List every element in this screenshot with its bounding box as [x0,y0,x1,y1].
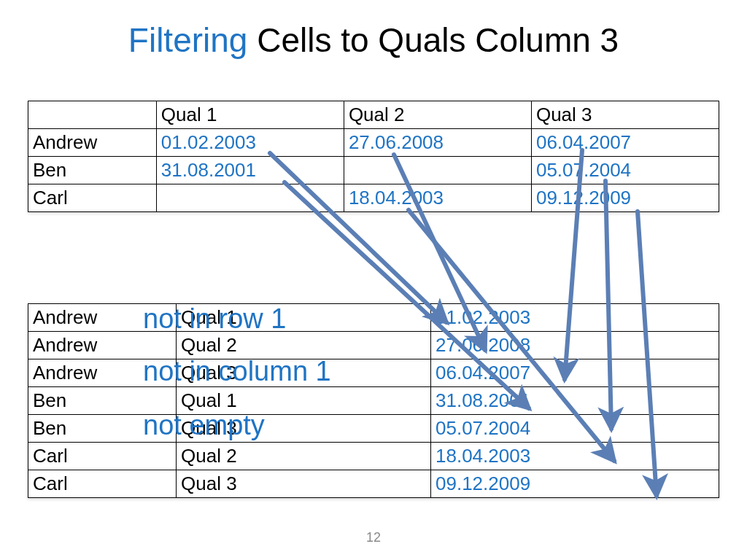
table-header-row: Qual 1 Qual 2 Qual 3 [28,101,719,129]
cell-date: 09.12.2009 [531,184,719,212]
cell-date: 18.04.2003 [431,443,719,470]
annotation-not-row1: not in row 1 [143,303,286,335]
annotation-not-empty: not empty [143,410,265,441]
table-row: Andrew Qual 3 06.04.2007 [28,359,719,387]
source-table: Qual 1 Qual 2 Qual 3 Andrew 01.02.2003 2… [28,101,719,212]
cell-date: 27.06.2008 [431,332,719,359]
cell-date [344,157,531,184]
title-rest: Cells to Quals Column 3 [247,21,619,59]
cell-qual: Qual 3 [177,470,431,498]
header-qual2: Qual 2 [344,101,531,129]
cell-date: 31.08.2001 [431,387,719,415]
table-row: Carl 18.04.2003 09.12.2009 [28,184,719,212]
cell-name: Carl [28,470,177,498]
cell-date: 05.07.2004 [431,415,719,443]
cell-date: 06.04.2007 [531,129,719,157]
result-table: Andrew Qual 1 01.02.2003 Andrew Qual 2 2… [28,303,719,498]
cell-date: 05.07.2004 [531,157,719,184]
cell-date: 27.06.2008 [344,129,531,157]
header-blank [28,101,157,129]
header-qual3: Qual 3 [531,101,719,129]
cell-qual: Qual 2 [177,332,431,359]
cell-date: 01.02.2003 [431,304,719,332]
cell-date: 01.02.2003 [156,129,344,157]
table-row: Ben Qual 3 05.07.2004 [28,415,719,443]
cell-date [156,184,344,212]
cell-date: 18.04.2003 [344,184,531,212]
table-row: Andrew Qual 1 01.02.2003 [28,304,719,332]
table-row: Carl Qual 2 18.04.2003 [28,443,719,470]
header-qual1: Qual 1 [156,101,344,129]
cell-date: 31.08.2001 [156,157,344,184]
table-row: Andrew 01.02.2003 27.06.2008 06.04.2007 [28,129,719,157]
table-row: Carl Qual 3 09.12.2009 [28,470,719,498]
page-number: 12 [0,530,747,545]
cell-name: Andrew [28,129,157,157]
table-row: Ben 31.08.2001 05.07.2004 [28,157,719,184]
table-row: Andrew Qual 2 27.06.2008 [28,332,719,359]
cell-date: 09.12.2009 [431,470,719,498]
cell-name: Carl [28,443,177,470]
slide-title: Filtering Cells to Quals Column 3 [0,20,747,60]
table-row: Ben Qual 1 31.08.2001 [28,387,719,415]
annotation-not-column1: not in column 1 [143,356,331,387]
cell-qual: Qual 2 [177,443,431,470]
cell-name: Carl [28,184,157,212]
cell-name: Andrew [28,332,177,359]
cell-date: 06.04.2007 [431,359,719,387]
cell-name: Ben [28,157,157,184]
title-accent: Filtering [128,21,248,59]
